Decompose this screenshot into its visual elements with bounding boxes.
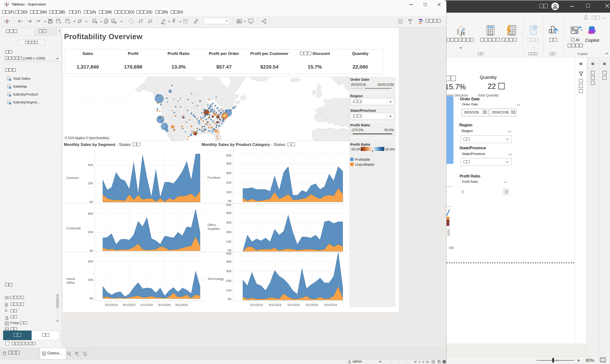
- svg-text:40K: 40K: [226, 162, 232, 165]
- svg-text:30K: 30K: [226, 269, 232, 273]
- svg-text:Home: Home: [67, 277, 75, 281]
- svg-text:1/1/2024: 1/1/2024: [140, 303, 153, 307]
- svg-text:30K: 30K: [226, 171, 232, 175]
- svg-text:20K: 20K: [88, 182, 93, 185]
- svg-text:Office: Office: [67, 281, 75, 285]
- svg-text:10K: 10K: [226, 190, 232, 194]
- svg-text:9/1/2024: 9/1/2024: [324, 303, 337, 307]
- svg-text:40K: 40K: [88, 163, 93, 167]
- svg-text:0K: 0K: [89, 249, 93, 252]
- svg-text:Supplies: Supplies: [207, 227, 220, 231]
- svg-text:Consum..: Consum..: [67, 176, 80, 180]
- svg-text:5/1/2024: 5/1/2024: [158, 303, 171, 307]
- svg-text:Office: Office: [207, 223, 216, 227]
- svg-text:50K: 50K: [226, 252, 232, 255]
- svg-text:20K: 20K: [88, 230, 93, 234]
- svg-text:5/1/2023: 5/1/2023: [250, 303, 263, 307]
- svg-text:5/1/2024: 5/1/2024: [306, 303, 318, 307]
- svg-text:20K: 20K: [88, 278, 93, 282]
- svg-text:9/1/2024: 9/1/2024: [176, 303, 188, 307]
- svg-text:0K: 0K: [228, 297, 232, 301]
- svg-text:40K: 40K: [226, 260, 232, 263]
- svg-text:20K: 20K: [226, 230, 232, 234]
- svg-text:50K: 50K: [226, 203, 232, 207]
- svg-text:20K: 20K: [226, 279, 232, 283]
- svg-text:fx: fx: [461, 30, 465, 37]
- svg-text:Technology: Technology: [207, 277, 224, 281]
- svg-text:10K: 10K: [226, 240, 232, 243]
- svg-text:40K: 40K: [88, 212, 93, 215]
- svg-text:10K: 10K: [226, 288, 232, 292]
- svg-text:0K: 0K: [89, 200, 93, 204]
- svg-text:Furniture: Furniture: [207, 176, 220, 179]
- svg-text:5/1/2023: 5/1/2023: [105, 303, 118, 307]
- svg-text:9/1/2023: 9/1/2023: [123, 303, 136, 307]
- svg-text:1/1/2024: 1/1/2024: [287, 303, 300, 307]
- svg-text:9/1/2023: 9/1/2023: [269, 303, 282, 307]
- svg-text:30K: 30K: [226, 221, 232, 224]
- svg-text:0K: 0K: [89, 297, 93, 300]
- svg-text:40K: 40K: [226, 211, 232, 215]
- svg-text:50K: 50K: [226, 154, 232, 157]
- svg-text:40K: 40K: [88, 260, 93, 263]
- svg-text:20K: 20K: [226, 181, 232, 184]
- svg-text:Corporate: Corporate: [67, 226, 81, 230]
- svg-text:0K: 0K: [228, 199, 232, 203]
